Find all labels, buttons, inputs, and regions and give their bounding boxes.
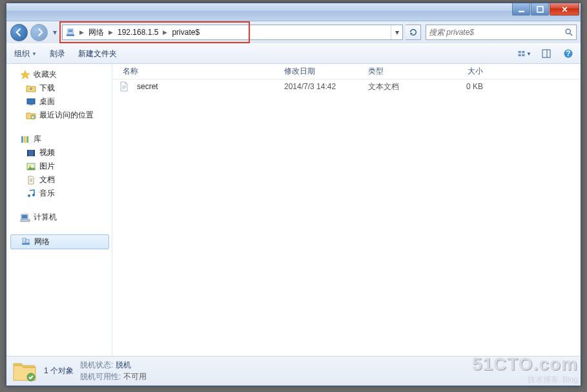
- view-button[interactable]: ▼: [517, 46, 531, 61]
- minimize-button[interactable]: [512, 3, 530, 15]
- svg-rect-8: [522, 51, 524, 53]
- svg-rect-0: [519, 10, 524, 12]
- burn-button[interactable]: 刻录: [47, 47, 68, 61]
- sidebar-item-label: 视频: [39, 147, 55, 158]
- libraries-group: ▷ 库 视频 图片 文档 音乐: [10, 132, 112, 200]
- sidebar-item-videos[interactable]: 视频: [10, 146, 112, 160]
- computer-label: 计算机: [34, 212, 57, 223]
- navigation-row: ▾ ▶ 网络 ▶ 192.168.1.5 ▶ private$ ▾: [6, 21, 581, 43]
- status-info: 1 个对象: [44, 366, 74, 377]
- favorites-group: ▷ 收藏夹 下载 桌面 最近访问的位置: [10, 68, 112, 122]
- svg-point-5: [566, 29, 570, 34]
- folder-large-icon: [12, 359, 37, 384]
- sidebar-item-pictures[interactable]: 图片: [10, 160, 112, 173]
- forward-button[interactable]: [30, 24, 48, 41]
- command-bar: 组织▼ 刻录 新建文件夹 ▼ ?: [6, 43, 581, 64]
- close-button[interactable]: [550, 3, 579, 15]
- new-folder-button[interactable]: 新建文件夹: [76, 47, 119, 61]
- item-count: 1 个对象: [44, 366, 74, 377]
- video-icon: [26, 148, 36, 158]
- svg-rect-4: [68, 30, 72, 32]
- breadcrumb-network[interactable]: 网络: [86, 25, 107, 39]
- svg-rect-18: [21, 136, 23, 143]
- column-headers: 名称 修改日期 类型 大小: [112, 64, 581, 79]
- search-box[interactable]: [426, 25, 577, 40]
- preview-pane-button[interactable]: [539, 46, 553, 61]
- sidebar-item-label: 桌面: [39, 96, 55, 107]
- file-size: 0 KB: [435, 82, 487, 91]
- network-group: ▷ 网络: [10, 234, 112, 249]
- desktop-icon: [26, 97, 36, 107]
- column-size[interactable]: 大小: [435, 66, 487, 77]
- svg-rect-9: [519, 54, 521, 56]
- sidebar-item-label: 最近访问的位置: [39, 110, 94, 121]
- sidebar-item-desktop[interactable]: 桌面: [10, 95, 112, 108]
- help-button[interactable]: ?: [561, 46, 575, 61]
- refresh-button[interactable]: [406, 25, 421, 40]
- navigation-pane: ▷ 收藏夹 下载 桌面 最近访问的位置 ▷ 库 视频 图片 文档 音乐: [6, 64, 112, 356]
- column-type[interactable]: 类型: [364, 66, 435, 77]
- recent-icon: [26, 110, 36, 121]
- libraries-label: 库: [34, 134, 41, 145]
- address-dropdown[interactable]: ▾: [391, 25, 402, 39]
- svg-rect-19: [24, 136, 26, 143]
- address-bar[interactable]: ▶ 网络 ▶ 192.168.1.5 ▶ private$ ▾: [62, 25, 403, 40]
- svg-line-6: [570, 34, 573, 36]
- organize-button[interactable]: 组织▼: [12, 47, 39, 61]
- column-date[interactable]: 修改日期: [280, 66, 364, 77]
- sidebar-item-documents[interactable]: 文档: [10, 173, 112, 187]
- svg-point-27: [32, 194, 35, 196]
- sidebar-item-label: 文档: [39, 174, 55, 185]
- pictures-icon: [26, 161, 36, 172]
- sidebar-item-recent[interactable]: 最近访问的位置: [10, 108, 112, 122]
- status-offline: 脱机状态: 脱机 脱机可用性: 不可用: [80, 360, 147, 382]
- sidebar-item-label: 图片: [39, 161, 55, 172]
- details-pane: 1 个对象 脱机状态: 脱机 脱机可用性: 不可用: [6, 356, 581, 386]
- network-icon: [21, 237, 31, 247]
- sidebar-item-downloads[interactable]: 下载: [10, 81, 112, 95]
- file-row[interactable]: secret 2014/7/3 14:42 文本文档 0 KB: [112, 79, 581, 94]
- svg-rect-7: [519, 51, 521, 53]
- network-header[interactable]: ▷ 网络: [10, 234, 109, 249]
- svg-rect-30: [21, 220, 30, 222]
- library-icon: [20, 134, 30, 145]
- offline-label: 脱机状态:: [80, 360, 113, 369]
- column-name[interactable]: 名称: [119, 66, 280, 77]
- chevron-right-icon[interactable]: ▶: [161, 29, 169, 36]
- back-button[interactable]: [10, 24, 28, 41]
- location-icon: [65, 26, 76, 38]
- favorites-label: 收藏夹: [34, 69, 57, 80]
- svg-rect-20: [26, 136, 28, 143]
- content-area: ▷ 收藏夹 下载 桌面 最近访问的位置 ▷ 库 视频 图片 文档 音乐: [6, 64, 581, 356]
- svg-point-25: [29, 165, 31, 167]
- network-label: 网络: [34, 236, 50, 247]
- avail-label: 脱机可用性:: [80, 372, 121, 381]
- chevron-right-icon[interactable]: ▶: [77, 29, 86, 36]
- sidebar-item-music[interactable]: 音乐: [10, 187, 112, 200]
- new-folder-label: 新建文件夹: [78, 48, 117, 59]
- chevron-right-icon[interactable]: ▶: [107, 29, 115, 36]
- chevron-down-icon: ▼: [526, 51, 531, 57]
- libraries-header[interactable]: ▷ 库: [10, 132, 112, 146]
- svg-rect-29: [22, 215, 27, 218]
- search-input[interactable]: [429, 28, 564, 37]
- breadcrumb-folder[interactable]: private$: [169, 25, 202, 39]
- favorites-header[interactable]: ▷ 收藏夹: [10, 68, 112, 81]
- music-icon: [26, 189, 36, 199]
- explorer-window: ▾ ▶ 网络 ▶ 192.168.1.5 ▶ private$ ▾ 组织▼ 刻录…: [6, 3, 581, 386]
- maximize-button[interactable]: [531, 3, 549, 15]
- chevron-down-icon: ▼: [32, 51, 37, 57]
- svg-rect-32: [23, 238, 26, 242]
- svg-point-26: [28, 194, 30, 197]
- computer-icon: [20, 212, 30, 223]
- file-list-pane: 名称 修改日期 类型 大小 secret 2014/7/3 14:42 文本文档…: [112, 64, 581, 356]
- svg-rect-1: [537, 6, 543, 12]
- computer-group: ▷ 计算机: [10, 211, 112, 224]
- sidebar-item-label: 音乐: [39, 188, 55, 199]
- organize-label: 组织: [14, 48, 30, 59]
- computer-header[interactable]: ▷ 计算机: [10, 211, 112, 224]
- star-icon: [20, 70, 30, 80]
- file-type: 文本文档: [364, 81, 435, 92]
- history-dropdown[interactable]: ▾: [50, 26, 59, 39]
- breadcrumb-host[interactable]: 192.168.1.5: [115, 25, 161, 39]
